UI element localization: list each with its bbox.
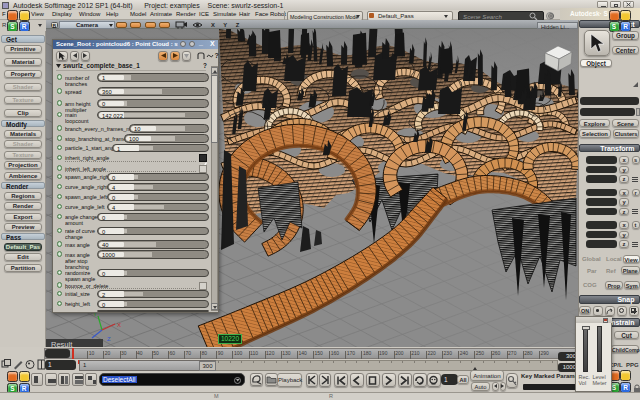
svg-text:Z: Z xyxy=(107,336,111,342)
svg-text:X: X xyxy=(117,322,121,328)
